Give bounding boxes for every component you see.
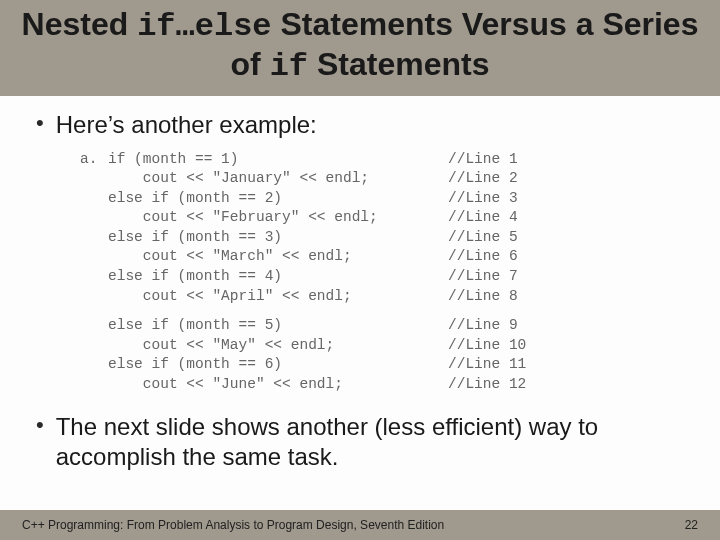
footer-book-title: C++ Programming: From Problem Analysis t… (22, 518, 444, 532)
code-comment: //Line 7 (448, 267, 518, 287)
code-text: cout << "March" << endl; (108, 247, 448, 267)
bullet-item: • The next slide shows another (less eff… (36, 412, 684, 472)
title-part-1: Nested (22, 6, 138, 42)
code-text: cout << "January" << endl; (108, 169, 448, 189)
code-label (80, 355, 108, 375)
code-comment: //Line 11 (448, 355, 526, 375)
code-label (80, 189, 108, 209)
code-label (80, 336, 108, 356)
bullet-item: • Here’s another example: (36, 110, 684, 140)
title-code-1: if…else (137, 8, 271, 45)
code-comment: //Line 3 (448, 189, 518, 209)
code-text: cout << "February" << endl; (108, 208, 448, 228)
slide-title-bar: Nested if…else Statements Versus a Serie… (0, 0, 720, 96)
code-comment: //Line 6 (448, 247, 518, 267)
slide-body: • Here’s another example: a. if (month =… (0, 96, 720, 473)
code-label (80, 169, 108, 189)
code-line: a. if (month == 1) //Line 1 (80, 150, 684, 170)
code-label (80, 375, 108, 395)
code-text: cout << "June" << endl; (108, 375, 448, 395)
code-gap (80, 306, 684, 316)
code-line: else if (month == 5) //Line 9 (80, 316, 684, 336)
code-line: else if (month == 2) //Line 3 (80, 189, 684, 209)
code-line: cout << "May" << endl; //Line 10 (80, 336, 684, 356)
code-line: cout << "April" << endl; //Line 8 (80, 287, 684, 307)
code-comment: //Line 1 (448, 150, 518, 170)
slide-title: Nested if…else Statements Versus a Serie… (20, 6, 700, 86)
code-comment: //Line 2 (448, 169, 518, 189)
code-line: else if (month == 3) //Line 5 (80, 228, 684, 248)
code-label (80, 228, 108, 248)
code-line: cout << "February" << endl; //Line 4 (80, 208, 684, 228)
title-code-2: if (270, 48, 308, 85)
title-part-3: Statements (308, 46, 489, 82)
code-comment: //Line 12 (448, 375, 526, 395)
code-comment: //Line 8 (448, 287, 518, 307)
code-line: cout << "January" << endl; //Line 2 (80, 169, 684, 189)
code-line: cout << "June" << endl; //Line 12 (80, 375, 684, 395)
code-comment: //Line 10 (448, 336, 526, 356)
code-label (80, 208, 108, 228)
code-label (80, 287, 108, 307)
code-label (80, 267, 108, 287)
code-comment: //Line 5 (448, 228, 518, 248)
bullet-text-2: The next slide shows another (less effic… (56, 412, 684, 472)
code-text: else if (month == 2) (108, 189, 448, 209)
code-text: else if (month == 3) (108, 228, 448, 248)
code-label (80, 316, 108, 336)
code-comment: //Line 9 (448, 316, 518, 336)
code-line: else if (month == 6) //Line 11 (80, 355, 684, 375)
code-line: cout << "March" << endl; //Line 6 (80, 247, 684, 267)
bullet-marker: • (36, 412, 44, 438)
code-text: if (month == 1) (108, 150, 448, 170)
code-label (80, 247, 108, 267)
footer-page-number: 22 (685, 518, 698, 532)
code-text: else if (month == 4) (108, 267, 448, 287)
code-example: a. if (month == 1) //Line 1 cout << "Jan… (80, 150, 684, 395)
slide-footer: C++ Programming: From Problem Analysis t… (0, 510, 720, 540)
bullet-text-1: Here’s another example: (56, 110, 317, 140)
code-text: else if (month == 5) (108, 316, 448, 336)
code-label: a. (80, 150, 108, 170)
code-text: else if (month == 6) (108, 355, 448, 375)
bullet-marker: • (36, 110, 44, 136)
code-text: cout << "May" << endl; (108, 336, 448, 356)
code-line: else if (month == 4) //Line 7 (80, 267, 684, 287)
code-text: cout << "April" << endl; (108, 287, 448, 307)
code-comment: //Line 4 (448, 208, 518, 228)
